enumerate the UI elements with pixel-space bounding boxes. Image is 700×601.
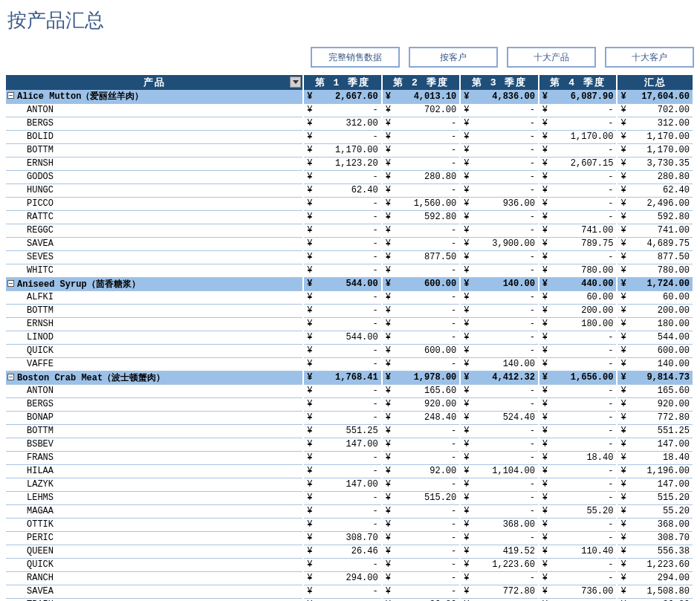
row-label: BSBEV <box>6 438 303 451</box>
value-cell: ¥- <box>539 464 618 478</box>
value-cell: ¥- <box>460 224 539 237</box>
row-label: QUEEN <box>6 545 303 558</box>
detail-row: ANTON¥-¥702.00¥-¥-¥702.00 <box>6 103 693 117</box>
value-cell: ¥789.75 <box>539 237 618 250</box>
value-cell: ¥- <box>539 411 618 424</box>
nav-top10-customers[interactable]: 十大客户 <box>605 47 694 68</box>
row-label: BOLID <box>6 130 303 143</box>
value-cell: ¥741.00 <box>539 224 618 237</box>
value-cell: ¥280.80 <box>617 170 693 183</box>
value-cell: ¥62.40 <box>303 183 382 197</box>
row-label: BONAP <box>6 411 303 424</box>
value-cell: ¥55.20 <box>539 504 618 518</box>
row-label: BERGS <box>6 397 303 411</box>
value-cell: ¥1,123.20 <box>303 157 382 170</box>
value-cell: ¥- <box>539 344 618 357</box>
value-cell: ¥- <box>382 264 461 277</box>
value-cell: ¥3,730.35 <box>617 157 693 170</box>
value-cell: ¥147.00 <box>617 438 693 451</box>
value-cell: ¥36.80 <box>382 598 461 601</box>
detail-row: LINOD¥544.00¥-¥-¥-¥544.00 <box>6 331 693 344</box>
detail-row: WHITC¥-¥-¥-¥780.00¥780.00 <box>6 264 693 277</box>
value-cell: ¥- <box>460 130 539 143</box>
value-cell: ¥- <box>460 290 539 304</box>
value-cell: ¥4,013.10 <box>382 90 461 103</box>
value-cell: ¥26.46 <box>303 545 382 558</box>
row-label[interactable]: Boston Crab Meat（波士顿蟹肉） <box>6 371 303 384</box>
value-cell: ¥- <box>303 397 382 411</box>
row-label: BOTTM <box>6 304 303 317</box>
value-cell: ¥515.20 <box>382 491 461 504</box>
value-cell: ¥- <box>460 491 539 504</box>
detail-row: BOTTM¥1,170.00¥-¥-¥-¥1,170.00 <box>6 143 693 157</box>
value-cell: ¥140.00 <box>617 357 693 371</box>
value-cell: ¥936.00 <box>460 197 539 210</box>
row-label: RANCH <box>6 571 303 585</box>
value-cell: ¥877.50 <box>617 250 693 264</box>
value-cell: ¥- <box>303 504 382 518</box>
value-cell: ¥- <box>539 183 618 197</box>
value-cell: ¥- <box>539 250 618 264</box>
value-cell: ¥- <box>460 598 539 601</box>
value-cell: ¥92.00 <box>382 464 461 478</box>
value-cell: ¥- <box>382 117 461 130</box>
collapse-icon[interactable] <box>7 92 14 99</box>
row-label: LINOD <box>6 331 303 344</box>
value-cell: ¥544.00 <box>617 331 693 344</box>
value-cell: ¥- <box>382 157 461 170</box>
detail-row: HILAA¥-¥92.00¥1,104.00¥-¥1,196.00 <box>6 464 693 478</box>
value-cell: ¥140.00 <box>460 277 539 290</box>
value-cell: ¥- <box>303 598 382 601</box>
value-cell: ¥- <box>303 518 382 531</box>
value-cell: ¥- <box>303 464 382 478</box>
nav-full-sales-data[interactable]: 完整销售数据 <box>311 47 400 68</box>
value-cell: ¥- <box>539 103 618 117</box>
detail-row: BOLID¥-¥-¥-¥1,170.00¥1,170.00 <box>6 130 693 143</box>
detail-row: VAFFE¥-¥-¥140.00¥-¥140.00 <box>6 357 693 371</box>
row-label[interactable]: Alice Mutton（爱丽丝羊肉） <box>6 90 303 103</box>
value-cell: ¥- <box>303 304 382 317</box>
detail-row: ERNSH¥-¥-¥-¥180.00¥180.00 <box>6 317 693 331</box>
value-cell: ¥- <box>460 424 539 438</box>
value-cell: ¥600.00 <box>382 344 461 357</box>
value-cell: ¥419.52 <box>460 545 539 558</box>
value-cell: ¥- <box>460 331 539 344</box>
value-cell: ¥308.70 <box>303 531 382 545</box>
value-cell: ¥- <box>382 317 461 331</box>
value-cell: ¥312.00 <box>617 117 693 130</box>
value-cell: ¥2,607.15 <box>539 157 618 170</box>
value-cell: ¥- <box>303 491 382 504</box>
value-cell: ¥- <box>303 290 382 304</box>
row-label: HILAA <box>6 464 303 478</box>
value-cell: ¥- <box>303 585 382 598</box>
nav-top10-products[interactable]: 十大产品 <box>507 47 596 68</box>
value-cell: ¥1,170.00 <box>617 143 693 157</box>
value-cell: ¥- <box>460 531 539 545</box>
value-cell: ¥4,412.32 <box>460 371 539 384</box>
collapse-icon[interactable] <box>7 374 14 380</box>
value-cell: ¥- <box>539 424 618 438</box>
value-cell: ¥- <box>539 331 618 344</box>
value-cell: ¥- <box>303 224 382 237</box>
row-label: PICCO <box>6 197 303 210</box>
row-label: ERNSH <box>6 157 303 170</box>
collapse-icon[interactable] <box>7 280 14 287</box>
detail-row: ANTON¥-¥165.60¥-¥-¥165.60 <box>6 384 693 397</box>
detail-row: SEVES¥-¥877.50¥-¥-¥877.50 <box>6 250 693 264</box>
value-cell: ¥- <box>539 571 618 585</box>
value-cell: ¥- <box>382 130 461 143</box>
detail-row: BOTTM¥551.25¥-¥-¥-¥551.25 <box>6 424 693 438</box>
value-cell: ¥- <box>382 304 461 317</box>
value-cell: ¥180.00 <box>539 317 618 331</box>
value-cell: ¥- <box>460 103 539 117</box>
row-label: LAZYK <box>6 478 303 491</box>
filter-dropdown-icon[interactable] <box>290 77 301 88</box>
col-q3: 第 3 季度 <box>460 75 539 90</box>
value-cell: ¥18.40 <box>539 451 618 464</box>
row-label[interactable]: Aniseed Syrup（茴香糖浆） <box>6 277 303 290</box>
row-label: GODOS <box>6 170 303 183</box>
value-cell: ¥- <box>539 558 618 571</box>
nav-by-customer[interactable]: 按客户 <box>409 47 498 68</box>
page-title: 按产品汇总 <box>0 0 700 36</box>
value-cell: ¥140.00 <box>460 357 539 371</box>
